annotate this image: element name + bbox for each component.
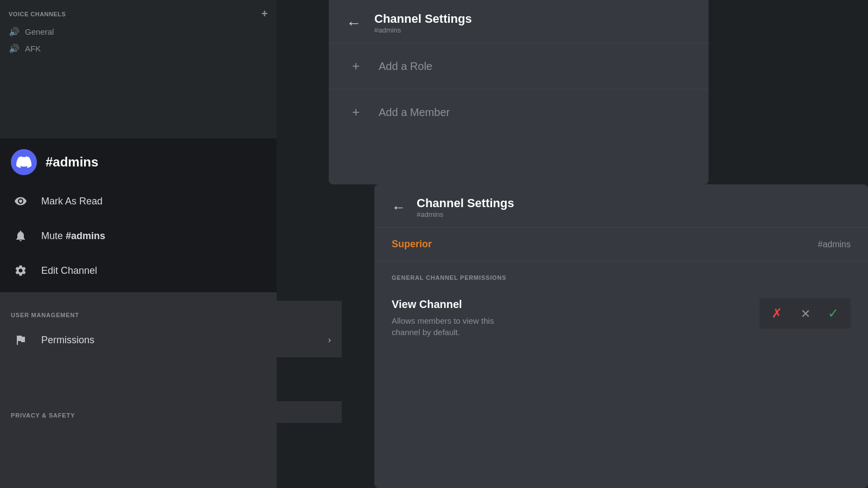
sidebar-top: VOICE CHANNELS + 🔊 General 🔊 AFK: [0, 0, 277, 141]
add-member-plus-icon: +: [346, 102, 366, 122]
panel-1-header: ← Channel Settings #admins: [329, 0, 709, 43]
permission-desc-line1: Allows members to view this: [392, 316, 494, 325]
voice-channel-general[interactable]: 🔊 General: [0, 23, 277, 40]
deny-button[interactable]: ✗: [765, 301, 789, 325]
add-voice-channel-icon[interactable]: +: [261, 8, 268, 20]
user-management-section: USER MANAGEMENT Permissions ›: [0, 301, 342, 357]
speaker-icon: 🔊: [9, 27, 20, 37]
permissions-label: Permissions: [41, 335, 94, 346]
voice-channel-afk[interactable]: 🔊 AFK: [0, 40, 277, 57]
gear-icon: [11, 261, 30, 280]
edit-channel-label: Edit Channel: [41, 265, 97, 277]
channel-afk-label: AFK: [25, 44, 41, 53]
permission-desc-line2: channel by default.: [392, 328, 460, 337]
neutral-button[interactable]: ✕: [788, 297, 822, 330]
panel-2-header: ← Channel Settings #admins: [374, 184, 868, 228]
mark-as-read-item[interactable]: Mark As Read: [0, 184, 277, 219]
channel-settings-panel-1: ← Channel Settings #admins + Add a Role …: [329, 0, 709, 184]
user-management-label: USER MANAGEMENT: [0, 301, 342, 323]
allow-button[interactable]: ✓: [821, 301, 845, 325]
add-member-label: Add a Member: [379, 106, 450, 119]
panel-1-back-button[interactable]: ←: [346, 15, 361, 32]
panel-1-title-text: Channel Settings: [374, 12, 472, 26]
flag-icon: [11, 330, 30, 350]
panel-2-title-text: Channel Settings: [417, 196, 514, 210]
permissions-section-title: GENERAL CHANNEL PERMISSIONS: [374, 261, 868, 287]
add-role-label: Add a Role: [379, 60, 432, 73]
permission-controls: ✗ ✕ ✓: [760, 298, 851, 329]
panel-1-subtitle: #admins: [374, 26, 472, 34]
mute-label: Mute #admins: [41, 230, 105, 242]
context-menu-header: #admins: [0, 143, 277, 184]
role-row: Superior #admins: [374, 228, 868, 261]
discord-icon: [16, 155, 31, 170]
privacy-safety-label: PRIVACY & SAFETY: [0, 401, 342, 423]
panel-2-subtitle: #admins: [417, 210, 514, 219]
speaker-icon-afk: 🔊: [9, 43, 20, 54]
context-menu: #admins Mark As Read Mute #admins: [0, 138, 277, 292]
role-name: Superior: [392, 239, 432, 250]
panel-2-back-button[interactable]: ←: [392, 199, 406, 216]
add-role-plus-icon: +: [346, 56, 366, 76]
edit-channel-item[interactable]: Edit Channel: [0, 253, 277, 288]
mute-item[interactable]: Mute #admins: [0, 219, 277, 253]
mark-as-read-label: Mark As Read: [41, 196, 103, 207]
deny-icon: ✗: [771, 306, 782, 321]
eye-icon: [11, 191, 30, 211]
mute-channel-name: #admins: [66, 230, 105, 241]
role-channel: #admins: [818, 240, 851, 249]
permission-name: View Channel: [392, 298, 494, 311]
channel-general-label: General: [25, 27, 54, 36]
context-menu-channel-name: #admins: [46, 155, 98, 170]
panel-1-title: Channel Settings #admins: [374, 12, 472, 34]
add-role-item[interactable]: + Add a Role: [329, 43, 709, 89]
bell-icon: [11, 226, 30, 246]
permissions-row[interactable]: Permissions ›: [0, 323, 342, 357]
chevron-right-icon: ›: [328, 335, 331, 345]
neutral-icon: ✕: [798, 309, 812, 318]
voice-channels-header: VOICE CHANNELS +: [0, 0, 277, 23]
permission-desc: Allows members to view this channel by d…: [392, 315, 494, 338]
panel-2-title: Channel Settings #admins: [417, 196, 514, 219]
privacy-section: PRIVACY & SAFETY: [0, 401, 342, 423]
allow-icon: ✓: [828, 306, 839, 321]
permission-row-view-channel: View Channel Allows members to view this…: [374, 287, 868, 349]
channel-settings-panel-2: ← Channel Settings #admins Superior #adm…: [374, 184, 868, 488]
add-member-item[interactable]: + Add a Member: [329, 89, 709, 135]
avatar: [11, 149, 37, 175]
voice-channels-label: VOICE CHANNELS: [9, 11, 66, 17]
